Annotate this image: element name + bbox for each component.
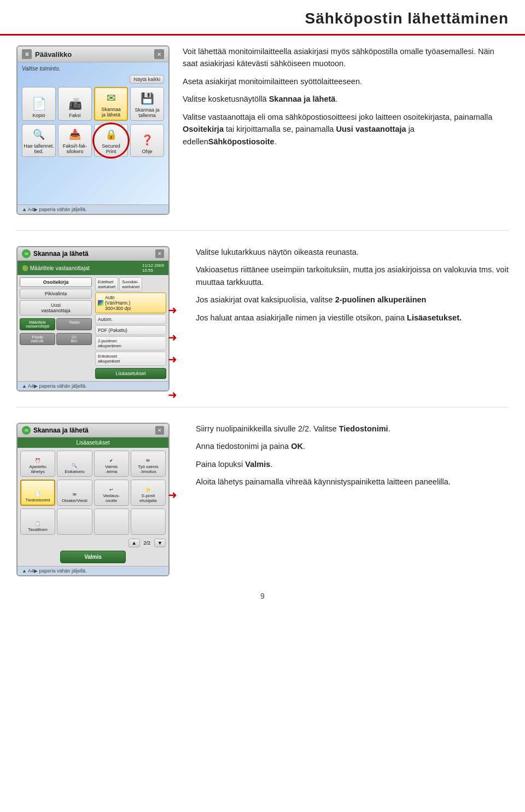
screen1-icons-grid2: 🔍 Hae tallennet. tied. 📥 Faksi/I-fak-sil… bbox=[22, 124, 164, 157]
tiedostonimi-label: Tiedostonimi bbox=[26, 498, 50, 503]
section1-p3: Valitse kosketusnäytöllä Skannaa ja lähe… bbox=[183, 93, 509, 105]
s2-pdf-option[interactable]: PDF (Pakattu) bbox=[95, 325, 166, 335]
s3-valmis-leima-btn[interactable]: ✔ Valmis-leima bbox=[94, 451, 129, 477]
section3-p3: Paina lopuksi Valmis. bbox=[196, 458, 509, 470]
ajastettu-icon: ⏰ bbox=[35, 458, 40, 463]
page-header: Sähköpostin lähettäminen bbox=[0, 0, 525, 36]
screen1-nayta-kaikki-btn[interactable]: Näytä kaikki bbox=[130, 75, 164, 84]
s2-edelliset-btn[interactable]: Edellisetasetukset bbox=[95, 277, 118, 291]
s2-cc-btn[interactable]: CcBcc bbox=[56, 333, 92, 345]
screen3-footer: ▲ A4▶ paperia vähän jäljellä. bbox=[18, 566, 168, 575]
section1-text: Voit lähettää monitoimilaitteella asiaki… bbox=[183, 45, 509, 153]
s3-vastaus-btn[interactable]: ↩ Vastaus-osoite bbox=[94, 480, 129, 506]
screen2-win-icon: ✉ bbox=[22, 249, 31, 258]
s3-valmis-btn[interactable]: Valmis bbox=[60, 551, 126, 563]
icon-skannaa-laheta[interactable]: ✉ Skannaaja lähetä bbox=[94, 87, 128, 121]
screen3-icons-row1: ⏰ Ajastettulähetys 🔍 Esikatselu ✔ Valmis… bbox=[18, 448, 168, 480]
divider2 bbox=[16, 407, 509, 407]
faksi-label: Faksi bbox=[69, 113, 81, 118]
esikatselu-label: Esikatselu bbox=[65, 469, 84, 474]
section2-row: ✉ Skannaa ja lähetä ✕ 🟢 Määrittele vasta… bbox=[16, 246, 509, 392]
s2-2puolinen-option[interactable]: 2-puolinenalkuperäinen bbox=[95, 336, 166, 350]
icon-secured-print[interactable]: 🔒 SecuredPrint bbox=[94, 124, 128, 157]
s3-ajastettu-btn[interactable]: ⏰ Ajastettulähetys bbox=[20, 451, 55, 477]
screen2-datetime: 11/12 200910:55 bbox=[142, 263, 164, 273]
s2-osoitekirja-btn[interactable]: Osoitekirja bbox=[20, 277, 92, 287]
icon-faksi[interactable]: 📠 Faksi bbox=[58, 87, 92, 121]
tyo-valmis-label: Työ valmis-ilmoitus bbox=[138, 464, 159, 474]
s2-erikokoset-option[interactable]: Erikokosetalkuperäiset bbox=[95, 352, 166, 366]
s2-maarittele-btn[interactable]: Määrittelevastaanottajat bbox=[20, 318, 55, 330]
icon-faksisilokero[interactable]: 📥 Faksi/I-fak-silokero bbox=[58, 124, 92, 157]
section1-p1: Voit lähettää monitoimilaitteella asiaki… bbox=[183, 45, 509, 70]
s3-empty3 bbox=[131, 509, 166, 535]
arrow4-indicator: ➜ bbox=[168, 388, 177, 401]
screen2-close-btn[interactable]: ✕ bbox=[155, 249, 164, 258]
s2-tiedot-btn[interactable]: Tiedot bbox=[56, 318, 92, 330]
screen3-valmis-row: Valmis bbox=[18, 548, 168, 566]
auto-option-label: Auto(Väri/Harm.)300×300 dpi bbox=[105, 295, 131, 311]
s3-esikatselu-btn[interactable]: 🔍 Esikatselu bbox=[57, 451, 92, 477]
section3-p4: Aloita lähetys painamalla vihreää käynni… bbox=[196, 476, 509, 488]
skannaa-tallenna-label: Skannaa jatallenna bbox=[135, 107, 159, 118]
tavallinen-label: Tavallinen bbox=[28, 527, 48, 532]
screen1-title: Päävalikko bbox=[35, 50, 151, 59]
screen2-title: Skannaa ja lähetä bbox=[33, 250, 153, 258]
s3-nav-down-btn[interactable]: ▼ bbox=[154, 539, 166, 547]
s2-action-row: Määrittelevastaanottajat Tiedot bbox=[20, 318, 92, 330]
divider1 bbox=[16, 230, 509, 231]
screen3-close-btn[interactable]: ✕ bbox=[155, 426, 164, 435]
s2-top-options: Edellisetasetukset Suosikki-asetukset bbox=[95, 277, 166, 291]
icon-hae[interactable]: 🔍 Hae tallennet. tied. bbox=[22, 124, 56, 157]
faksisilokero-icon: 📥 bbox=[67, 127, 83, 142]
screen2-left-col: Osoitekirja Pikivalinta Uusivastaanottaj… bbox=[18, 275, 94, 381]
ajastettu-label: Ajastettulähetys bbox=[30, 464, 46, 474]
s3-nav-up-btn[interactable]: ▲ bbox=[129, 539, 140, 547]
main-content: 🖥 Päävalikko ✕ Valitse toiminto. Näytä k… bbox=[0, 36, 525, 586]
s2-uusi-vastaanottaja-btn[interactable]: Uusivastaanottaja bbox=[20, 300, 92, 316]
icon-kopio[interactable]: 📄 Kopio bbox=[22, 87, 56, 121]
section3-text: Siirry nuolipainikkeilla sivulle 2/2. Va… bbox=[183, 423, 509, 494]
screen2-body: Osoitekirja Pikivalinta Uusivastaanottaj… bbox=[18, 275, 168, 381]
s3-tavallinen-btn[interactable]: 📋 Tavallinen bbox=[20, 509, 55, 535]
screen3-header-bar: Lisäasetukset bbox=[18, 437, 168, 448]
icon-skannaa-tallenna[interactable]: 💾 Skannaa jatallenna bbox=[130, 87, 164, 121]
section1-p2: Aseta asiakirjat monitoimilaitteen syött… bbox=[183, 75, 509, 87]
secured-print-icon: 🔒 bbox=[103, 127, 119, 142]
screen1-paavaliko: 🖥 Päävalikko ✕ Valitse toiminto. Näytä k… bbox=[16, 45, 170, 215]
screen1-close-btn[interactable]: ✕ bbox=[154, 49, 164, 59]
screen3-header-text: Lisäasetukset bbox=[76, 440, 109, 446]
s3-tiedostonimi-btn[interactable]: 📄 Tiedostonimi bbox=[20, 480, 55, 506]
s2-autom-option[interactable]: Autom. bbox=[95, 314, 166, 324]
screen1-body: Valitse toiminto. Näytä kaikki 📄 Kopio 📠… bbox=[18, 62, 168, 205]
tyo-valmis-icon: ✉ bbox=[146, 458, 150, 463]
screen2-header-text: 🟢 Määrittele vastaanottajat bbox=[22, 265, 90, 271]
faksi-icon: 📠 bbox=[67, 96, 83, 112]
sposti-icon: ⭐ bbox=[145, 487, 151, 492]
section2-p4: Jos asiakirjat ovat kaksipuolisia, valit… bbox=[196, 294, 509, 306]
s2-poista-btn[interactable]: Poistavast.ott. bbox=[20, 333, 55, 345]
section2-p1: Valitse lukutarkkuus näytön oikeasta reu… bbox=[196, 246, 509, 258]
screen3-page-num: 2/2 bbox=[142, 539, 153, 547]
screen3-icons-row2: 📄 Tiedostonimi ✉ Otsake/Viesti ↩ Vastaus… bbox=[18, 480, 168, 509]
screen3-lisaasetukset: ✉ Skannaa ja lähetä ✕ Lisäasetukset ⏰ Aj… bbox=[16, 423, 170, 576]
s2-pikivalinta-btn[interactable]: Pikivalinta bbox=[20, 289, 92, 299]
icon-ohje[interactable]: ❓ Ohje bbox=[130, 124, 164, 157]
kopio-icon: 📄 bbox=[31, 96, 46, 112]
skannaa-laheta-icon: ✉ bbox=[103, 90, 119, 106]
window-icon: 🖥 bbox=[22, 49, 32, 59]
s2-action-row2: Poistavast.ott. CcBcc bbox=[20, 333, 92, 345]
s2-lisaasetukset-btn[interactable]: Lisäasetukset bbox=[95, 368, 166, 379]
s2-auto-option[interactable]: Auto(Väri/Harm.)300×300 dpi bbox=[95, 293, 166, 313]
screen2-right-col: Edellisetasetukset Suosikki-asetukset Au… bbox=[94, 275, 168, 381]
s3-sposti-btn[interactable]: ⭐ S-postietusijalla bbox=[131, 480, 166, 506]
hae-icon: 🔍 bbox=[31, 127, 46, 142]
s2-suosikki-btn[interactable]: Suosikki-asetukset bbox=[119, 277, 142, 291]
s3-otsake-btn[interactable]: ✉ Otsake/Viesti bbox=[57, 480, 92, 506]
section3-p1: Siirry nuolipainikkeilla sivulle 2/2. Va… bbox=[196, 423, 509, 435]
s3-tyo-valmis-btn[interactable]: ✉ Työ valmis-ilmoitus bbox=[131, 451, 166, 477]
otsake-icon: ✉ bbox=[73, 492, 77, 497]
valmis-leima-icon: ✔ bbox=[109, 458, 113, 463]
screen1-footer: ▲ A4▶ paperia vähän jäljellä. bbox=[18, 205, 168, 214]
screen2-titlebar: ✉ Skannaa ja lähetä ✕ bbox=[18, 247, 168, 261]
